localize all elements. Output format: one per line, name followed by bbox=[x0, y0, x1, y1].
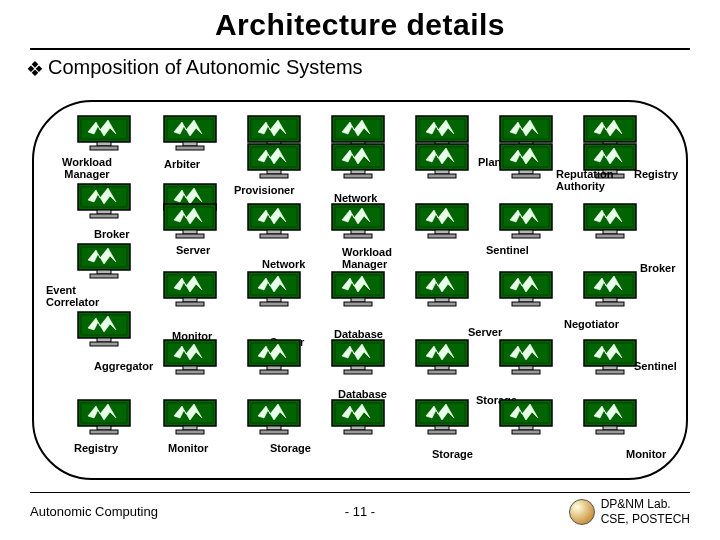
footer-lab: DP&NM Lab.CSE, POSTECH bbox=[569, 497, 690, 526]
node-r6-5 bbox=[414, 398, 470, 436]
svg-rect-93 bbox=[435, 230, 449, 234]
svg-rect-199 bbox=[512, 430, 540, 434]
svg-rect-108 bbox=[97, 338, 111, 342]
label-event-correlator: EventCorrelator bbox=[46, 284, 99, 308]
label-arbiter: Arbiter bbox=[164, 158, 200, 170]
node-planner bbox=[414, 142, 470, 180]
node-r5-4 bbox=[330, 338, 386, 376]
label-registry-1: Registry bbox=[634, 168, 678, 180]
node-r4-7 bbox=[582, 270, 638, 308]
node-r3-1 bbox=[76, 242, 132, 280]
svg-rect-149 bbox=[260, 370, 288, 374]
label-network-2: Network bbox=[262, 258, 305, 270]
node-r5-5 bbox=[414, 338, 470, 376]
label-sentinel-1: Sentinel bbox=[486, 244, 529, 256]
node-r3-5 bbox=[414, 202, 470, 240]
svg-rect-49 bbox=[260, 174, 288, 178]
svg-rect-163 bbox=[519, 366, 533, 370]
svg-rect-158 bbox=[435, 366, 449, 370]
node-r5-7 bbox=[582, 338, 638, 376]
label-storage-3: Storage bbox=[432, 448, 473, 460]
svg-rect-159 bbox=[428, 370, 456, 374]
node-r4-6 bbox=[498, 270, 554, 308]
svg-rect-79 bbox=[176, 234, 204, 238]
node-r6-4 bbox=[330, 398, 386, 436]
node-r6-6 bbox=[498, 398, 554, 436]
node-r2-4 bbox=[330, 142, 386, 180]
label-negotiator: Negotiator bbox=[564, 318, 619, 330]
diagram-panel: WorkloadManager Arbiter bbox=[32, 100, 688, 480]
svg-rect-123 bbox=[351, 298, 365, 302]
label-aggregator: Aggregator bbox=[94, 360, 153, 372]
svg-rect-143 bbox=[183, 366, 197, 370]
footer-lab2: CSE, POSTECH bbox=[601, 512, 690, 526]
label-broker-1: Broker bbox=[94, 228, 129, 240]
svg-rect-179 bbox=[176, 430, 204, 434]
footer-divider bbox=[30, 492, 690, 493]
svg-rect-174 bbox=[90, 430, 118, 434]
svg-rect-119 bbox=[260, 302, 288, 306]
node-r4-3 bbox=[246, 270, 302, 308]
svg-rect-148 bbox=[267, 366, 281, 370]
svg-rect-188 bbox=[351, 426, 365, 430]
svg-rect-184 bbox=[260, 430, 288, 434]
node-provisioner bbox=[246, 142, 302, 180]
node-r5-3 bbox=[246, 338, 302, 376]
footer: Autonomic Computing - 11 - DP&NM Lab.CSE… bbox=[30, 492, 690, 526]
svg-rect-178 bbox=[183, 426, 197, 430]
svg-rect-109 bbox=[90, 342, 118, 346]
svg-rect-168 bbox=[603, 366, 617, 370]
svg-rect-154 bbox=[344, 370, 372, 374]
svg-rect-99 bbox=[512, 234, 540, 238]
svg-rect-104 bbox=[596, 234, 624, 238]
svg-rect-203 bbox=[603, 426, 617, 430]
svg-rect-139 bbox=[596, 302, 624, 306]
footer-page: - 11 - bbox=[345, 504, 375, 519]
svg-rect-189 bbox=[344, 430, 372, 434]
node-r3-4 bbox=[330, 202, 386, 240]
subtitle: ❖Composition of Autonomic Systems bbox=[0, 50, 720, 81]
label-reputation-authority: ReputationAuthority bbox=[556, 168, 613, 192]
svg-rect-164 bbox=[512, 370, 540, 374]
svg-rect-38 bbox=[97, 210, 111, 214]
svg-rect-103 bbox=[603, 230, 617, 234]
label-workload-manager-2: WorkloadManager bbox=[342, 246, 392, 270]
node-r6-2 bbox=[162, 398, 218, 436]
lab-logo-icon bbox=[569, 499, 595, 525]
svg-rect-89 bbox=[344, 234, 372, 238]
subtitle-text: Composition of Autonomic Systems bbox=[48, 56, 363, 78]
svg-rect-64 bbox=[512, 174, 540, 178]
svg-rect-114 bbox=[176, 302, 204, 306]
svg-rect-8 bbox=[183, 142, 197, 146]
node-r4-4 bbox=[330, 270, 386, 308]
svg-rect-138 bbox=[603, 298, 617, 302]
svg-rect-134 bbox=[512, 302, 540, 306]
node-r5-6 bbox=[498, 338, 554, 376]
node-r4-5 bbox=[414, 270, 470, 308]
svg-rect-63 bbox=[519, 170, 533, 174]
node-workload-manager-1 bbox=[76, 114, 132, 152]
label-server-3: Server bbox=[468, 326, 502, 338]
svg-rect-198 bbox=[519, 426, 533, 430]
label-sentinel-2: Sentinel bbox=[634, 360, 677, 372]
label-workload-manager-1: WorkloadManager bbox=[62, 156, 112, 180]
svg-rect-74 bbox=[90, 274, 118, 278]
node-r3-6 bbox=[498, 202, 554, 240]
svg-rect-133 bbox=[519, 298, 533, 302]
svg-rect-204 bbox=[596, 430, 624, 434]
svg-rect-169 bbox=[596, 370, 624, 374]
bullet-diamond-icon: ❖ bbox=[26, 58, 44, 80]
footer-lab1: DP&NM Lab. bbox=[601, 497, 671, 511]
node-r6-1 bbox=[76, 398, 132, 436]
label-storage-2: Storage bbox=[270, 442, 311, 454]
node-arbiter bbox=[162, 114, 218, 152]
svg-rect-78 bbox=[183, 230, 197, 234]
node-server-1 bbox=[162, 202, 218, 240]
svg-rect-48 bbox=[267, 170, 281, 174]
svg-rect-58 bbox=[435, 170, 449, 174]
label-monitor-2: Monitor bbox=[168, 442, 208, 454]
footer-left: Autonomic Computing bbox=[30, 504, 158, 519]
node-r2-1 bbox=[76, 182, 132, 220]
svg-rect-9 bbox=[176, 146, 204, 150]
node-r6-7 bbox=[582, 398, 638, 436]
